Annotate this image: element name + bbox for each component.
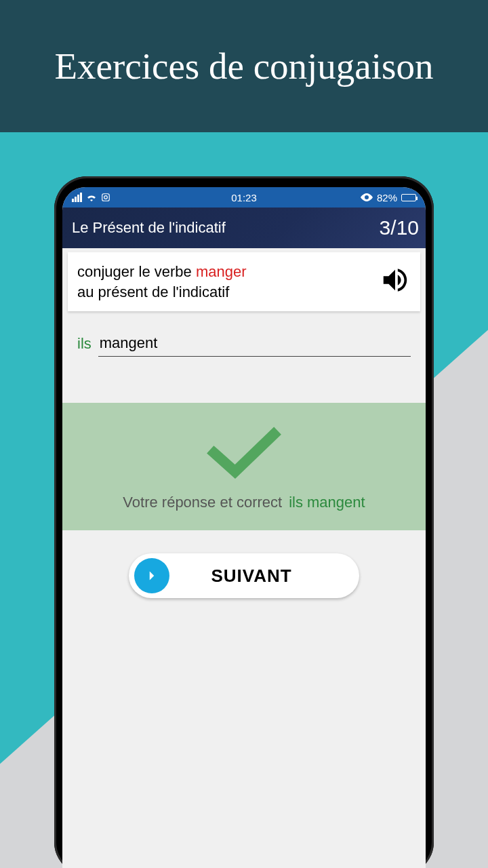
instruction-card: conjuger le verbe manger au présent de l… <box>68 252 420 311</box>
instruction-suffix: au présent de l'indicatif <box>77 283 229 300</box>
instruction-prefix: conjuger le verbe <box>77 263 196 280</box>
eye-icon <box>361 193 373 201</box>
next-button[interactable]: SUIVANT <box>129 553 359 598</box>
battery-icon <box>401 194 416 201</box>
promo-header: Exercices de conjugaison <box>0 0 488 132</box>
feedback-panel: Votre réponse et correct ils mangent <box>62 403 426 530</box>
instruction-verb: manger <box>196 263 247 280</box>
phone-screen: 01:23 82% Le Présent de l'indicatif 3/10… <box>62 187 426 868</box>
feedback-message: Votre réponse et correct <box>123 494 282 511</box>
next-label: SUIVANT <box>169 566 354 587</box>
promo-title: Exercices de conjugaison <box>55 45 434 87</box>
answer-row: ils <box>62 311 426 362</box>
correct-answer: ils mangent <box>289 494 365 511</box>
app-title: Le Présent de l'indicatif <box>72 219 226 237</box>
wifi-icon <box>86 193 97 201</box>
instruction-text: conjuger le verbe manger au présent de l… <box>77 262 246 302</box>
battery-percent: 82% <box>377 192 397 203</box>
status-left <box>72 193 110 202</box>
app-bar: Le Présent de l'indicatif 3/10 <box>62 208 426 248</box>
next-arrow-icon <box>134 558 169 593</box>
status-time: 01:23 <box>231 192 257 203</box>
feedback-line: Votre réponse et correct ils mangent <box>76 494 412 511</box>
question-progress: 3/10 <box>380 216 419 239</box>
svg-point-1 <box>104 196 108 199</box>
checkmark-icon <box>207 426 281 480</box>
pronoun-label: ils <box>77 335 92 357</box>
status-bar: 01:23 82% <box>62 187 426 208</box>
next-button-wrap: SUIVANT <box>62 553 426 598</box>
status-right: 82% <box>361 192 416 203</box>
svg-rect-0 <box>102 194 110 201</box>
answer-input[interactable] <box>98 332 411 357</box>
camera-icon <box>101 193 110 202</box>
speaker-icon[interactable] <box>380 264 411 296</box>
signal-icon <box>72 193 82 202</box>
phone-frame: 01:23 82% Le Présent de l'indicatif 3/10… <box>54 176 434 868</box>
